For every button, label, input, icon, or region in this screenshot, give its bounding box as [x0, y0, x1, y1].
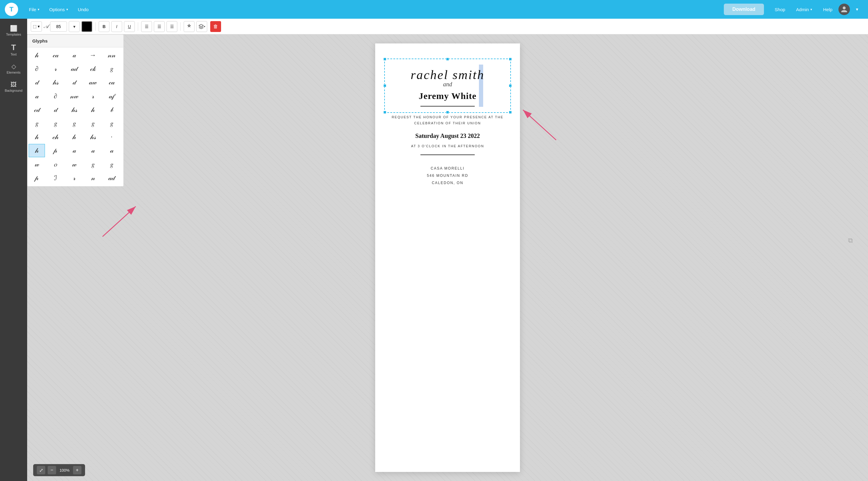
- layout-select[interactable]: ⬚ ▾: [31, 22, 42, 32]
- separator-2: [138, 22, 138, 31]
- glyph-cell[interactable]: 𝒶: [66, 49, 82, 62]
- glyph-cell[interactable]: 𝑔: [103, 117, 120, 130]
- background-icon: 🖼: [10, 82, 17, 88]
- glyph-cell[interactable]: 𝒽𝓈: [48, 76, 64, 89]
- templates-icon: ⬜: [10, 25, 18, 31]
- glyph-cell[interactable]: 𝒹: [66, 76, 82, 89]
- layout-chevron-icon: ▾: [38, 24, 40, 29]
- glyph-cell[interactable]: 𝑔: [85, 158, 101, 171]
- address-text: CASA MORELLI 546 MOUNTAIN RD CALEDON, ON: [427, 165, 434, 186]
- separator-3: [180, 22, 181, 31]
- glyph-cell[interactable]: 𝒽𝓈: [66, 103, 82, 117]
- main-name: Jeremy White: [418, 91, 434, 101]
- script-names-area: rachel smith and: [387, 65, 434, 88]
- sidebar-item-templates[interactable]: ⬜ Templates: [0, 22, 27, 40]
- glyph-cell[interactable]: ∂: [29, 62, 45, 76]
- glyph-cell[interactable]: 𝒽: [85, 103, 101, 117]
- date-text: Saturday August 23 2022: [415, 132, 434, 140]
- background-label: Background: [5, 89, 23, 92]
- align-center-button[interactable]: ☰: [154, 21, 165, 32]
- file-menu[interactable]: File ▾: [24, 4, 44, 14]
- align-right-button[interactable]: ☰: [166, 21, 177, 32]
- glyph-cell[interactable]: 𝓃𝓌: [66, 90, 82, 103]
- glyphs-panel: Glyphs 𝒽𝒸𝒶𝒶→𝓃𝓃∂𝓇𝒶𝒹𝒸𝓀𝑔𝒹𝒽𝓈𝒹𝒶𝓌𝒸𝒶𝒶∂𝓃𝓌𝓇𝒶𝒻𝒸𝒹𝒹𝒽…: [27, 34, 124, 186]
- glyph-cell[interactable]: 𝒹: [48, 103, 64, 117]
- sidebar-item-elements[interactable]: ◇ Elements: [0, 60, 27, 78]
- glyph-cell[interactable]: 𝒸𝒹: [29, 103, 45, 117]
- glyph-cell[interactable]: 𝒷: [103, 103, 120, 117]
- glyph-cell[interactable]: ℐ: [48, 171, 64, 185]
- text-label: Text: [10, 53, 17, 56]
- left-sidebar: ⬜ Templates T Text ◇ Elements 🖼 Backgrou…: [0, 19, 27, 241]
- sidebar-item-text[interactable]: T Text: [0, 40, 27, 60]
- glyph-cell[interactable]: 𝒽: [66, 130, 82, 144]
- glyph-cell[interactable]: 𝓃𝓃: [103, 49, 120, 62]
- invite-text: REQUEST THE HONOUR OF YOUR PRESENCE AT T…: [392, 114, 434, 126]
- glyph-cell[interactable]: 𝒶: [103, 144, 120, 157]
- glyph-cell[interactable]: 𝓅: [29, 171, 45, 185]
- glyph-cell[interactable]: 𝓌: [29, 158, 45, 171]
- glyph-cell[interactable]: 𝒶𝓌: [85, 76, 101, 89]
- bold-button[interactable]: B: [99, 21, 110, 32]
- align-left-button[interactable]: ☰: [141, 21, 152, 32]
- divider-1: [421, 106, 434, 107]
- glyph-cell[interactable]: 𝒸𝓀: [85, 62, 101, 76]
- layers-chevron-icon: ▾: [204, 25, 206, 28]
- delete-button[interactable]: 🗑: [210, 21, 221, 32]
- glyph-cell[interactable]: 𝑔: [29, 117, 45, 130]
- text-icon: T: [11, 43, 16, 51]
- glyphs-header: Glyphs: [27, 35, 123, 48]
- sidebar-item-background[interactable]: 🖼 Background: [0, 78, 27, 96]
- options-chevron-icon: ▾: [66, 7, 68, 11]
- app-logo[interactable]: T: [5, 3, 18, 16]
- glyph-cell[interactable]: 𝒶: [85, 144, 101, 157]
- handle-bottom-left[interactable]: [383, 111, 386, 114]
- glyph-cell[interactable]: 𝒶𝒹: [66, 62, 82, 76]
- glyph-cell[interactable]: ·: [103, 130, 120, 144]
- trash-icon: 🗑: [213, 24, 218, 29]
- glyph-cell[interactable]: 𝓅: [48, 144, 64, 157]
- glyph-cell[interactable]: 𝒽: [29, 49, 45, 62]
- glyph-cell[interactable]: 𝓇: [85, 90, 101, 103]
- file-chevron-icon: ▾: [38, 7, 39, 11]
- font-icon: 𝒜: [44, 23, 48, 30]
- elements-icon: ◇: [11, 63, 16, 69]
- glyph-cell[interactable]: 𝒸𝒶: [48, 49, 64, 62]
- font-size-chevron[interactable]: ▾: [69, 21, 80, 32]
- color-picker-button[interactable]: [82, 21, 92, 32]
- glyph-cell[interactable]: 𝑔: [103, 158, 120, 171]
- font-size-input[interactable]: [50, 22, 67, 32]
- glyph-cell[interactable]: 𝓃: [85, 171, 101, 185]
- handle-top-left[interactable]: [383, 58, 386, 61]
- glyph-cell[interactable]: 𝓇: [48, 62, 64, 76]
- handle-middle-left[interactable]: [383, 84, 386, 87]
- glyph-cell[interactable]: 𝑜: [48, 158, 64, 171]
- glyph-cell[interactable]: 𝒸𝒽: [48, 130, 64, 144]
- formatting-toolbar: ⬚ ▾ 𝒜 ▾ B I U ☰ ☰ ☰ ▾ 🗑: [27, 19, 434, 34]
- glyph-cell[interactable]: 𝑔: [103, 62, 120, 76]
- italic-button[interactable]: I: [111, 21, 122, 32]
- glyph-cell[interactable]: 𝒶: [29, 90, 45, 103]
- underline-button[interactable]: U: [124, 21, 135, 32]
- glyph-cell[interactable]: 𝓇: [66, 171, 82, 185]
- glyph-cell[interactable]: ∂: [48, 90, 64, 103]
- glyph-cell[interactable]: 𝒽: [29, 144, 45, 157]
- glyph-cell[interactable]: →: [85, 49, 101, 62]
- undo-button[interactable]: Undo: [73, 4, 93, 14]
- glyph-cell[interactable]: 𝒽: [29, 130, 45, 144]
- glyph-cell[interactable]: 𝒶𝒹: [103, 171, 120, 185]
- glyph-cell[interactable]: 𝒶𝒻: [103, 90, 120, 103]
- glyph-cell[interactable]: 𝒶: [66, 144, 82, 157]
- glyph-cell[interactable]: 𝑔: [48, 117, 64, 130]
- layers-button[interactable]: ▾: [196, 21, 207, 32]
- glyph-cell[interactable]: 𝒽𝓈: [85, 130, 101, 144]
- glyphs-grid: 𝒽𝒸𝒶𝒶→𝓃𝓃∂𝓇𝒶𝒹𝒸𝓀𝑔𝒹𝒽𝓈𝒹𝒶𝓌𝒸𝒶𝒶∂𝓃𝓌𝓇𝒶𝒻𝒸𝒹𝒹𝒽𝓈𝒽𝒷𝑔𝑔𝑔𝑔…: [27, 48, 123, 186]
- glyph-cell[interactable]: 𝒹: [29, 76, 45, 89]
- options-menu[interactable]: Options ▾: [44, 4, 73, 14]
- glyph-cell[interactable]: 𝑔: [85, 117, 101, 130]
- glyph-cell[interactable]: 𝒸𝒶: [103, 76, 120, 89]
- effects-button[interactable]: [184, 21, 194, 32]
- glyph-cell[interactable]: 𝑔: [66, 117, 82, 130]
- templates-label: Templates: [6, 33, 21, 36]
- glyph-cell[interactable]: 𝓌: [66, 158, 82, 171]
